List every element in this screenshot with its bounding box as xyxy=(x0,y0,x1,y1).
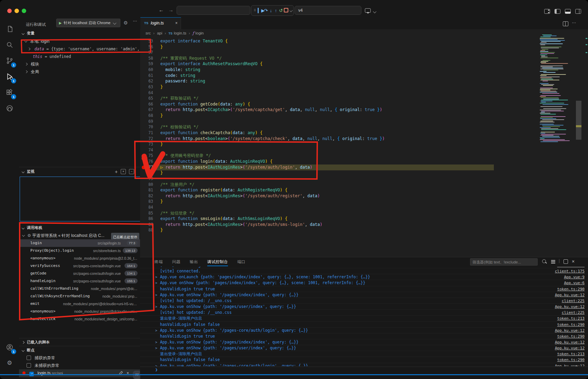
line-number[interactable]: 73 xyxy=(140,141,153,147)
stack-frame[interactable]: emitnode_modules/.pnpm/@dcloudio+uni-h5-… xyxy=(19,300,140,308)
step-out-icon[interactable]: ↑ xyxy=(274,8,278,13)
variables-scope-row[interactable]: 本地: login xyxy=(19,38,140,45)
line-number[interactable]: 62 xyxy=(140,78,153,84)
panel-tab-item[interactable]: 端口 xyxy=(237,257,246,267)
panel-tab-item[interactable]: 问题 xyxy=(172,257,180,267)
restart-icon[interactable]: ↺ xyxy=(279,8,283,13)
source-link[interactable]: token.ts:213 xyxy=(557,351,585,357)
source-link[interactable]: token.ts:290 xyxy=(557,322,585,328)
source-link[interactable]: client:225 xyxy=(562,310,585,316)
github-icon[interactable] xyxy=(0,101,19,116)
editor-more-actions-icon[interactable]: ⋯ xyxy=(572,20,576,25)
section-variables[interactable]: 变量 xyxy=(19,30,140,37)
section-event-listener-breakpoints[interactable]: EVENT LISTENER BREAKPOINTS xyxy=(19,377,140,379)
close-tab-icon[interactable]: × xyxy=(175,21,178,26)
step-over-icon[interactable]: ↷ xyxy=(264,8,268,13)
stack-frame[interactable]: callWithErrorHandlingnode_modules/.pnpm/… xyxy=(19,285,140,292)
line-number[interactable]: 88 xyxy=(140,227,153,233)
minimap[interactable] xyxy=(539,34,575,145)
panel-tab-item[interactable]: 终端 xyxy=(155,257,163,267)
line-number[interactable]: 72 xyxy=(140,136,153,142)
line-number[interactable]: 86 xyxy=(140,216,153,222)
breakpoint-caught-exceptions[interactable]: 捕获的异常 xyxy=(19,354,140,362)
stack-frame[interactable]: verifySuccesssrc/pages-core/auth/login.v… xyxy=(19,262,140,270)
toggle-primary-sidebar-icon[interactable] xyxy=(555,9,560,14)
stack-frame[interactable]: loginsrc/api/login.ts77:3 xyxy=(19,239,140,247)
source-link[interactable]: client.ts:175 xyxy=(555,268,585,274)
line-number[interactable]: 82 xyxy=(140,193,153,199)
split-editor-icon[interactable] xyxy=(563,21,568,26)
remove-breakpoint-icon[interactable]: × xyxy=(127,369,129,377)
code-editor[interactable]: 53export interface TenantVO {56}5758/** … xyxy=(140,37,588,257)
checkbox-unchecked[interactable] xyxy=(27,356,31,360)
expand-chevron-icon[interactable]: > xyxy=(155,274,157,280)
source-link[interactable]: App.vue:9 xyxy=(564,274,585,280)
remove-all-watch-icon[interactable]: × xyxy=(121,169,126,174)
close-window-button[interactable] xyxy=(7,9,12,13)
screencast-icon[interactable] xyxy=(365,8,371,13)
source-link[interactable]: App.ku.vue:12 xyxy=(555,363,585,366)
line-number[interactable]: 60 xyxy=(140,67,153,73)
line-number[interactable]: 80 xyxy=(140,182,153,188)
line-number[interactable]: 67 xyxy=(140,107,153,113)
line-number[interactable]: 74 xyxy=(140,147,153,153)
stack-frame[interactable]: callWithAsyncErrorHandlingnode_modules/.… xyxy=(19,292,140,300)
breadcrumb-symbol[interactable]: login xyxy=(195,31,203,35)
source-link[interactable]: App.ku.vue:12 xyxy=(555,328,585,333)
stack-frame[interactable]: Proxy(Object).loginsrc/store/token.ts138… xyxy=(19,247,140,255)
more-actions-icon[interactable]: ⋯ xyxy=(133,19,137,23)
line-number[interactable]: 65 xyxy=(140,96,153,101)
breadcrumb-src[interactable]: src xyxy=(146,31,151,35)
expand-chevron-icon[interactable]: > xyxy=(155,328,157,333)
panel-tab-active[interactable]: 调试控制台 xyxy=(207,257,228,267)
watch-panel-body[interactable] xyxy=(20,177,140,221)
line-number[interactable]: 83 xyxy=(140,199,153,205)
variable-row-data[interactable]: data = {type: 'username', username: 'adm… xyxy=(19,45,140,53)
section-loaded-scripts[interactable]: 已载入的脚本 xyxy=(19,339,140,346)
line-number[interactable]: 76 xyxy=(140,159,153,164)
v4-input[interactable]: v4 xyxy=(295,6,361,15)
explorer-icon[interactable] xyxy=(0,21,19,37)
breakpoint-file-row[interactable]: ✓ login.ts src/api × 77 xyxy=(19,369,140,377)
expand-chevron-icon[interactable]: > xyxy=(155,292,157,298)
source-link[interactable]: token.ts:290 xyxy=(557,357,585,363)
section-callstack[interactable]: 调用堆栈 xyxy=(19,224,140,231)
line-number[interactable]: 75 xyxy=(140,153,153,159)
search-icon[interactable] xyxy=(0,37,19,52)
stack-frame[interactable]: <anonymous>node_modules/.pnpm/@dcloudio+… xyxy=(19,308,140,315)
expand-chevron-icon[interactable]: > xyxy=(155,304,157,310)
maximize-panel-icon[interactable] xyxy=(564,259,568,264)
minimize-window-button[interactable] xyxy=(14,9,19,13)
step-into-icon[interactable]: ↓ xyxy=(269,8,273,13)
source-link[interactable]: App.ku.vue:12 xyxy=(555,292,585,298)
variables-group-global[interactable]: 全局 xyxy=(19,68,140,76)
stack-frame[interactable]: handleLoginsrc/pages-core/auth/login.vue… xyxy=(19,277,140,285)
expand-chevron-icon[interactable]: > xyxy=(155,363,157,366)
accounts-icon[interactable]: 1 xyxy=(0,340,19,355)
line-number[interactable]: 53 xyxy=(140,38,153,44)
line-number[interactable]: 57 xyxy=(140,50,153,56)
stack-frame[interactable]: <anonymous>node_modules/.pnpm/pinia@2.0.… xyxy=(19,255,140,262)
expand-chevron-icon[interactable]: > xyxy=(155,280,157,286)
source-link[interactable]: App.ku.vue:12 xyxy=(555,345,585,351)
line-number[interactable]: 59 xyxy=(140,61,153,67)
source-link[interactable]: token.ts:213 xyxy=(557,316,585,321)
debug-settings-gear-icon[interactable]: ⚙ xyxy=(123,20,128,26)
variables-group-modules[interactable]: 模块 xyxy=(19,60,140,68)
chevron-down-icon[interactable] xyxy=(373,10,377,13)
drag-handle-icon[interactable]: ⠿ xyxy=(253,9,257,12)
chevron-down-icon[interactable] xyxy=(289,9,292,12)
source-link[interactable]: App.vue:6 xyxy=(564,280,585,286)
line-number[interactable]: 70 xyxy=(140,124,153,130)
zoom-window-button[interactable] xyxy=(22,9,26,13)
filter-lines-icon[interactable] xyxy=(551,260,555,263)
line-number[interactable]: 58 xyxy=(140,56,153,61)
scrollbar-slider[interactable] xyxy=(576,101,581,140)
line-number[interactable]: 77 xyxy=(140,164,153,170)
breakpoint-uncaught-exceptions[interactable]: 未捕获的异常 xyxy=(19,362,140,369)
toggle-panel-icon[interactable] xyxy=(565,9,571,14)
forward-icon[interactable]: → xyxy=(168,7,173,13)
run-debug-icon[interactable]: 1 xyxy=(0,69,19,84)
find-icon[interactable] xyxy=(542,259,546,263)
source-link[interactable]: App.ku.vue:12 xyxy=(555,339,585,345)
